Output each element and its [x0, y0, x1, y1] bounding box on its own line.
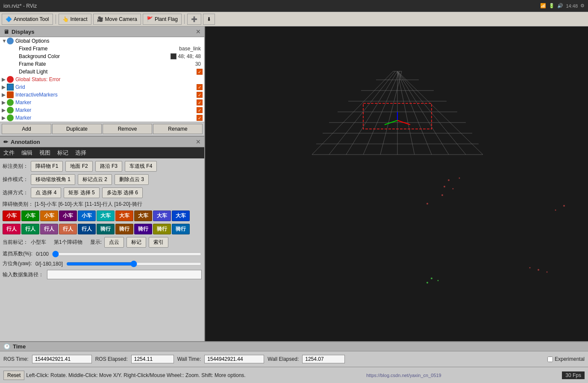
interactive-markers-item[interactable]: ▶ InteractiveMarkers ✓: [0, 91, 204, 99]
rename-button[interactable]: Rename: [153, 124, 203, 134]
arrow-icon: ▶: [2, 84, 7, 90]
mark-cloud-btn[interactable]: 标记点云 2: [78, 174, 112, 185]
clock-icon: 🕐: [3, 343, 10, 350]
ros-time-input[interactable]: 1544942921.41: [32, 355, 92, 363]
marker-icon-3: [7, 114, 14, 121]
interact-button[interactable]: 👆 Interact: [59, 14, 91, 25]
default-light-checkbox[interactable]: ✓: [197, 69, 203, 75]
class-btn-3[interactable]: 小车: [40, 211, 58, 221]
class-btn-20[interactable]: 骑行: [172, 224, 190, 234]
plant-flag-button[interactable]: 🚩 Plant Flag: [143, 14, 182, 25]
marker-item-2[interactable]: ▶ Marker ✓: [0, 106, 204, 114]
obstacle-btn[interactable]: 障碍物 F1: [31, 161, 63, 172]
display-cloud-btn[interactable]: 点云: [104, 237, 124, 248]
class-btn-17[interactable]: 骑行: [115, 224, 133, 234]
reset-button[interactable]: Reset: [3, 371, 24, 380]
background-color-item[interactable]: Background Color 48; 48; 48: [0, 53, 204, 60]
wall-elapsed-input[interactable]: 1254.07: [302, 355, 345, 363]
menu-view[interactable]: 视图: [39, 149, 50, 157]
class-btn-10[interactable]: 大车: [172, 211, 190, 221]
menu-edit[interactable]: 编辑: [21, 149, 32, 157]
class-btn-7[interactable]: 大车: [115, 211, 133, 221]
class-btn-11[interactable]: 行人: [3, 224, 21, 234]
class-btn-15[interactable]: 行人: [78, 224, 96, 234]
menu-select[interactable]: 选择: [75, 149, 86, 157]
annotation-tool-button[interactable]: 🔷 Annotation Tool: [2, 14, 53, 25]
menu-file[interactable]: 文件: [3, 149, 15, 157]
yaw-slider[interactable]: [66, 260, 202, 267]
frame-rate-item[interactable]: Frame Rate 30: [0, 60, 204, 68]
displays-close-button[interactable]: ✕: [196, 28, 201, 35]
background-color-value: 48; 48; 48: [178, 53, 201, 59]
class-btn-6[interactable]: 大车: [97, 211, 115, 221]
add-button[interactable]: Add: [2, 124, 51, 134]
duplicate-button[interactable]: Duplicate: [52, 124, 102, 134]
window-title: ion.rviz* - RViz: [3, 3, 37, 9]
time-bar: 🕐 Time ROS Time: 1544942921.41 ROS Elaps…: [0, 341, 588, 367]
network-icon: 📶: [540, 3, 546, 9]
yaw-value: 0/[-180,180]: [35, 261, 63, 267]
interactive-markers-checkbox[interactable]: ✓: [197, 92, 203, 98]
svg-point-27: [444, 186, 445, 187]
global-options-item[interactable]: ▼ Global Options: [0, 37, 204, 45]
extra-button[interactable]: ➕: [187, 14, 201, 25]
class-btn-4[interactable]: 小车: [59, 211, 77, 221]
display-mark-btn[interactable]: 标记: [126, 237, 146, 248]
move-zoom-btn[interactable]: 移动缩放视角 1: [31, 174, 75, 185]
global-status-item[interactable]: ▶ Global Status: Error: [0, 76, 204, 83]
class-btn-13[interactable]: 行人: [40, 224, 58, 234]
wall-time-input[interactable]: 1544942921.44: [204, 355, 264, 363]
data-path-input[interactable]: [47, 270, 202, 279]
interact-icon: 👆: [62, 16, 69, 22]
marker-item-3[interactable]: ▶ Marker ✓: [0, 114, 204, 122]
marker-checkbox-2[interactable]: ✓: [197, 107, 203, 113]
rect-select-btn[interactable]: 矩形 选择 5: [64, 187, 99, 198]
marker-checkbox-1[interactable]: ✓: [197, 99, 203, 105]
class-btn-8[interactable]: 大车: [134, 211, 152, 221]
poly-select-btn[interactable]: 多边形 选择 6: [102, 187, 143, 198]
marker-label-3: Marker: [15, 115, 197, 121]
3d-viewport[interactable]: [205, 26, 588, 341]
lane-btn[interactable]: 车道线 F4: [125, 161, 157, 172]
class-btn-12[interactable]: 行人: [21, 224, 39, 234]
class-btn-1[interactable]: 小车: [3, 211, 21, 221]
class-btn-5[interactable]: 小车: [78, 211, 96, 221]
class-btn-9[interactable]: 大车: [153, 211, 171, 221]
class-btn-16[interactable]: 骑行: [97, 224, 115, 234]
svg-point-26: [453, 188, 454, 190]
remove-button[interactable]: Remove: [103, 124, 152, 134]
svg-point-31: [563, 205, 565, 207]
class-btn-18[interactable]: 骑行: [134, 224, 152, 234]
default-light-item[interactable]: Default Light ✓: [0, 68, 204, 76]
marker-item-1[interactable]: ▶ Marker ✓: [0, 99, 204, 106]
global-status-label: Global Status: Error: [15, 76, 203, 82]
marker-checkbox-3[interactable]: ✓: [197, 115, 203, 121]
menu-mark[interactable]: 标记: [57, 149, 68, 157]
select-mode-row: 选择方式： 点 选择 4 矩形 选择 5 多边形 选择 6: [3, 187, 202, 198]
point-select-btn[interactable]: 点 选择 4: [31, 187, 61, 198]
occlusion-slider[interactable]: [52, 251, 202, 257]
experimental-checkbox[interactable]: [547, 357, 553, 362]
arrow-button[interactable]: ⬇: [203, 14, 215, 25]
occlusion-value: 0/100: [36, 251, 49, 257]
delete-cloud-btn[interactable]: 删除点云 3: [115, 174, 149, 185]
ros-elapsed-label: ROS Elapsed:: [95, 356, 128, 362]
interactive-markers-label: InteractiveMarkers: [15, 92, 197, 98]
ros-elapsed-input[interactable]: 1254.11: [131, 355, 174, 363]
settings-icon: ⚙: [580, 3, 585, 9]
display-index-btn[interactable]: 索引: [149, 237, 168, 248]
svg-point-34: [547, 272, 548, 273]
class-btn-2[interactable]: 小车: [21, 211, 39, 221]
class-btn-14[interactable]: 行人: [59, 224, 77, 234]
class-btn-19[interactable]: 骑行: [153, 224, 171, 234]
fixed-frame-item[interactable]: Fixed Frame base_link: [0, 45, 204, 53]
ground-btn[interactable]: 地面 F2: [65, 161, 92, 172]
grid-checkbox[interactable]: ✓: [197, 84, 203, 90]
annotation-close-button[interactable]: ✕: [196, 138, 201, 145]
displays-tree: ▼ Global Options Fixed Frame base_link B…: [0, 37, 204, 122]
move-camera-button[interactable]: 🎥 Move Camera: [93, 14, 141, 25]
curb-btn[interactable]: 路沿 F3: [95, 161, 122, 172]
grid-item[interactable]: ▶ Grid ✓: [0, 83, 204, 91]
main-area: 🖥 Displays ✕ ▼ Global Options Fixed Fram…: [0, 26, 588, 341]
time-display: 14:48: [566, 3, 578, 9]
